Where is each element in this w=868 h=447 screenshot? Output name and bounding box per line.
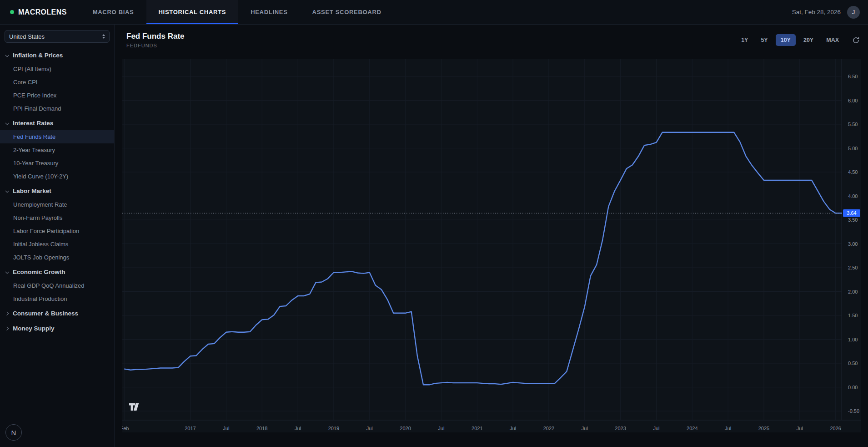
sidebar-section-economic-growth[interactable]: Economic Growth — [0, 265, 114, 279]
sidebar-section-consumer-business[interactable]: Consumer & Business — [0, 306, 114, 320]
brand-dot-icon — [10, 10, 14, 14]
svg-text:Jul: Jul — [438, 426, 444, 431]
svg-text:2.00: 2.00 — [848, 289, 858, 295]
svg-text:2023: 2023 — [615, 426, 626, 431]
svg-text:5.00: 5.00 — [848, 146, 858, 151]
svg-text:-0.50: -0.50 — [848, 408, 859, 414]
svg-text:Jul: Jul — [295, 426, 301, 431]
section-label: Money Supply — [13, 325, 55, 332]
section-label: Economic Growth — [13, 269, 65, 275]
svg-text:5.50: 5.50 — [848, 122, 858, 127]
svg-text:0.00: 0.00 — [848, 385, 858, 390]
main-layout: United States Inflation & PricesCPI (All… — [0, 25, 868, 447]
country-select-value: United States — [9, 33, 45, 40]
chart-title: Fed Funds Rate — [126, 32, 185, 41]
sidebar-nav: Inflation & PricesCPI (All Items)Core CP… — [0, 48, 114, 335]
section-label: Labor Market — [13, 188, 51, 194]
range-buttons: 1Y5Y10Y20YMAX — [736, 34, 844, 46]
range-button-20y[interactable]: 20Y — [798, 34, 818, 46]
svg-text:2018: 2018 — [256, 426, 267, 431]
section-label: Consumer & Business — [13, 310, 78, 317]
svg-text:2022: 2022 — [543, 426, 554, 431]
svg-text:3.64: 3.64 — [847, 210, 856, 216]
sidebar-item-labor-force-participation[interactable]: Labor Force Participation — [0, 224, 114, 238]
svg-text:6.00: 6.00 — [848, 98, 858, 103]
nav-tab-asset-scoreboard[interactable]: ASSET SCOREBOARD — [300, 0, 394, 24]
current-date: Sat, Feb 28, 2026 — [792, 9, 841, 15]
topbar: MACROLENS MACRO BIASHISTORICAL CHARTSHEA… — [0, 0, 868, 25]
chevron-right-icon — [5, 326, 9, 330]
svg-text:Jul: Jul — [582, 426, 588, 431]
svg-text:2021: 2021 — [472, 426, 482, 431]
sidebar-section-interest-rates[interactable]: Interest Rates — [0, 116, 114, 130]
svg-text:2020: 2020 — [400, 426, 411, 431]
range-selector: 1Y5Y10Y20YMAX — [736, 34, 860, 46]
chart-title-block: Fed Funds Rate FEDFUNDS — [126, 32, 185, 48]
sidebar-item-cpi-all-items[interactable]: CPI (All Items) — [0, 62, 114, 76]
sidebar-item-unemployment-rate[interactable]: Unemployment Rate — [0, 198, 114, 211]
svg-text:Jul: Jul — [797, 426, 803, 431]
price-chart[interactable]: 6.506.005.505.004.504.003.503.002.502.00… — [122, 59, 861, 432]
chart-header: Fed Funds Rate FEDFUNDS 1Y5Y10Y20YMAX — [115, 25, 868, 56]
svg-text:2026: 2026 — [830, 426, 841, 431]
svg-text:Feb: Feb — [122, 426, 129, 431]
svg-text:6.50: 6.50 — [848, 74, 858, 79]
svg-text:2025: 2025 — [758, 426, 769, 431]
sidebar-item-fed-funds-rate[interactable]: Fed Funds Rate — [0, 130, 114, 143]
nav-tab-macro-bias[interactable]: MACRO BIAS — [80, 0, 146, 24]
sidebar-item-pce-price-index[interactable]: PCE Price Index — [0, 89, 114, 102]
svg-text:4.00: 4.00 — [848, 193, 858, 199]
nav-tab-headlines[interactable]: HEADLINES — [238, 0, 300, 24]
top-nav: MACRO BIASHISTORICAL CHARTSHEADLINESASSE… — [80, 0, 394, 24]
svg-text:4.50: 4.50 — [848, 169, 858, 175]
range-button-5y[interactable]: 5Y — [756, 34, 773, 46]
n-logo[interactable]: N — [5, 424, 22, 441]
sidebar-item-industrial-production[interactable]: Industrial Production — [0, 292, 114, 305]
svg-text:1.50: 1.50 — [848, 313, 858, 318]
svg-text:2019: 2019 — [328, 426, 339, 431]
tradingview-logo[interactable] — [129, 403, 141, 412]
sidebar-section-inflation-prices[interactable]: Inflation & Prices — [0, 48, 114, 62]
sidebar-section-money-supply[interactable]: Money Supply — [0, 321, 114, 335]
refresh-icon[interactable] — [852, 36, 860, 44]
user-avatar[interactable]: J — [847, 6, 860, 19]
svg-text:2017: 2017 — [185, 426, 196, 431]
svg-text:Jul: Jul — [653, 426, 659, 431]
sidebar-item-10-year-treasury[interactable]: 10-Year Treasury — [0, 157, 114, 170]
chevron-down-icon — [5, 189, 9, 193]
svg-text:2.50: 2.50 — [848, 265, 858, 270]
range-button-10y[interactable]: 10Y — [776, 34, 796, 46]
svg-text:0.50: 0.50 — [848, 361, 858, 366]
sidebar-footer: N — [5, 424, 22, 441]
chevron-down-icon — [5, 270, 9, 274]
brand: MACROLENS — [0, 0, 80, 24]
sidebar-item-real-gdp-qoq-annualized[interactable]: Real GDP QoQ Annualized — [0, 279, 114, 292]
sidebar-section-labor-market[interactable]: Labor Market — [0, 184, 114, 198]
nav-tab-historical-charts[interactable]: HISTORICAL CHARTS — [146, 0, 239, 24]
section-label: Interest Rates — [13, 120, 53, 127]
section-label: Inflation & Prices — [13, 52, 63, 59]
main-content: Fed Funds Rate FEDFUNDS 1Y5Y10Y20YMAX 6.… — [115, 25, 868, 447]
chevron-down-icon — [5, 53, 9, 57]
chart-panel: 6.506.005.505.004.504.003.503.002.502.00… — [122, 59, 861, 432]
svg-text:3.50: 3.50 — [848, 217, 858, 223]
sidebar-item-yield-curve-10y-2y[interactable]: Yield Curve (10Y-2Y) — [0, 170, 114, 183]
svg-text:2024: 2024 — [687, 426, 697, 431]
sidebar-item-jolts-job-openings[interactable]: JOLTS Job Openings — [0, 251, 114, 264]
sidebar-item-2-year-treasury[interactable]: 2-Year Treasury — [0, 143, 114, 157]
chart-symbol: FEDFUNDS — [126, 43, 185, 48]
range-button-1y[interactable]: 1Y — [736, 34, 753, 46]
sidebar-item-non-farm-payrolls[interactable]: Non-Farm Payrolls — [0, 211, 114, 224]
sidebar-item-core-cpi[interactable]: Core CPI — [0, 76, 114, 89]
topbar-right: Sat, Feb 28, 2026 J — [792, 0, 868, 24]
svg-text:Jul: Jul — [223, 426, 229, 431]
sidebar-item-initial-jobless-claims[interactable]: Initial Jobless Claims — [0, 238, 114, 251]
select-updown-icon — [102, 34, 105, 39]
country-select[interactable]: United States — [5, 30, 110, 43]
range-button-max[interactable]: MAX — [821, 34, 844, 46]
sidebar-item-ppi-final-demand[interactable]: PPI Final Demand — [0, 102, 114, 115]
svg-text:Jul: Jul — [366, 426, 373, 431]
sidebar: United States Inflation & PricesCPI (All… — [0, 25, 115, 447]
chevron-down-icon — [5, 121, 9, 125]
svg-text:1.00: 1.00 — [848, 337, 858, 342]
